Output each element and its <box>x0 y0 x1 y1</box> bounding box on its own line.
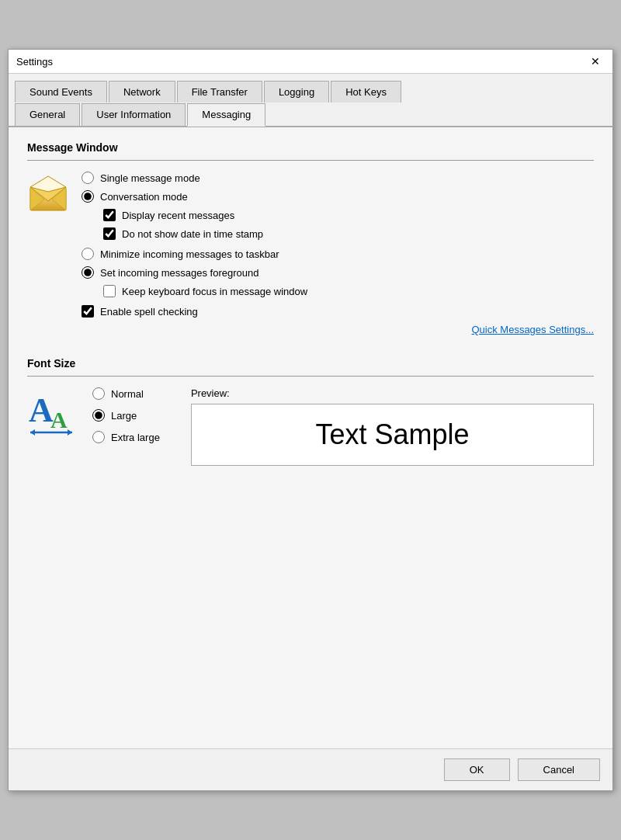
font-section-inner: A A Normal <box>27 387 594 466</box>
section-divider-2 <box>27 376 594 377</box>
radio-set-foreground: Set incoming messages foreground <box>82 266 594 279</box>
tab-messaging[interactable]: Messaging <box>187 103 265 127</box>
tab-hot-keys[interactable]: Hot Keys <box>331 81 401 103</box>
tab-network[interactable]: Network <box>109 81 175 103</box>
check-keep-focus-input[interactable] <box>103 285 116 297</box>
radio-set-foreground-input[interactable] <box>82 266 94 279</box>
preview-text: Text Sample <box>315 418 469 451</box>
window-title: Settings <box>16 56 53 68</box>
content-area: Message Window <box>9 127 612 748</box>
radio-large-label: Large <box>111 410 137 422</box>
svg-marker-8 <box>30 429 35 436</box>
check-display-recent-label: Display recent messages <box>122 210 234 221</box>
tab-general[interactable]: General <box>15 103 80 127</box>
tab-sound-events[interactable]: Sound Events <box>15 81 107 103</box>
radio-extra-large-input[interactable] <box>92 431 105 443</box>
conversation-options: Display recent messages Do not show date… <box>103 209 594 240</box>
svg-text:A: A <box>50 407 68 432</box>
bottom-bar: OK Cancel <box>9 748 612 790</box>
radio-single-message: Single message mode <box>82 172 594 184</box>
preview-area: Preview: Text Sample <box>191 387 594 466</box>
radio-conversation-label: Conversation mode <box>100 191 188 203</box>
radio-minimize-label: Minimize incoming messages to taskbar <box>100 248 279 260</box>
radio-minimize-input[interactable] <box>82 248 94 260</box>
radio-set-foreground-label: Set incoming messages foreground <box>100 267 259 279</box>
section-divider-1 <box>27 160 594 161</box>
radio-large-input[interactable] <box>92 409 105 422</box>
check-spell: Enable spell checking <box>82 305 594 318</box>
mail-icon <box>27 175 69 217</box>
settings-window: Settings ✕ Sound Events Network File Tra… <box>8 49 613 791</box>
check-display-recent-input[interactable] <box>103 209 116 221</box>
check-display-recent: Display recent messages <box>103 209 594 221</box>
quick-messages-link[interactable]: Quick Messages Settings... <box>82 324 594 335</box>
tab-logging[interactable]: Logging <box>264 81 329 103</box>
message-window-title: Message Window <box>27 141 594 154</box>
radio-extra-large-label: Extra large <box>111 432 160 443</box>
message-window-section: Message Window <box>27 141 594 338</box>
cancel-button[interactable]: Cancel <box>518 758 600 781</box>
radio-minimize: Minimize incoming messages to taskbar <box>82 248 594 260</box>
check-no-date: Do not show date in time stamp <box>103 227 594 240</box>
check-keep-focus: Keep keyboard focus in message window <box>103 285 594 297</box>
radio-conversation-input[interactable] <box>82 190 94 203</box>
font-options: Normal Large Extra large <box>92 387 160 450</box>
ok-button[interactable]: OK <box>444 758 510 781</box>
font-size-title: Font Size <box>27 357 594 370</box>
check-no-date-label: Do not show date in time stamp <box>122 228 263 240</box>
check-no-date-input[interactable] <box>103 227 116 240</box>
radio-normal-label: Normal <box>111 388 144 400</box>
radio-conversation-message: Conversation mode <box>82 190 594 203</box>
radio-single-label: Single message mode <box>100 172 200 184</box>
check-spell-label: Enable spell checking <box>100 306 198 318</box>
tabs-row2: General User Information Messaging <box>9 102 612 127</box>
font-size-section: Font Size A A <box>27 357 594 466</box>
radio-normal-font: Normal <box>92 387 160 400</box>
preview-label: Preview: <box>191 387 594 399</box>
svg-marker-9 <box>68 429 72 436</box>
tabs-row1: Sound Events Network File Transfer Loggi… <box>9 74 612 102</box>
options-column: Single message mode Conversation mode Di… <box>82 172 594 338</box>
title-bar: Settings ✕ <box>9 50 612 74</box>
tab-user-information[interactable]: User Information <box>82 103 186 127</box>
close-button[interactable]: ✕ <box>586 54 605 68</box>
check-keep-focus-label: Keep keyboard focus in message window <box>122 286 307 297</box>
radio-large-font: Large <box>92 409 160 422</box>
font-icon: A A <box>27 387 77 437</box>
radio-normal-input[interactable] <box>92 387 105 400</box>
radio-single-input[interactable] <box>82 172 94 184</box>
radio-extra-large-font: Extra large <box>92 431 160 443</box>
preview-box: Text Sample <box>191 404 594 466</box>
tab-file-transfer[interactable]: File Transfer <box>177 81 262 103</box>
check-spell-input[interactable] <box>82 305 94 318</box>
message-window-inner: Single message mode Conversation mode Di… <box>27 172 594 338</box>
